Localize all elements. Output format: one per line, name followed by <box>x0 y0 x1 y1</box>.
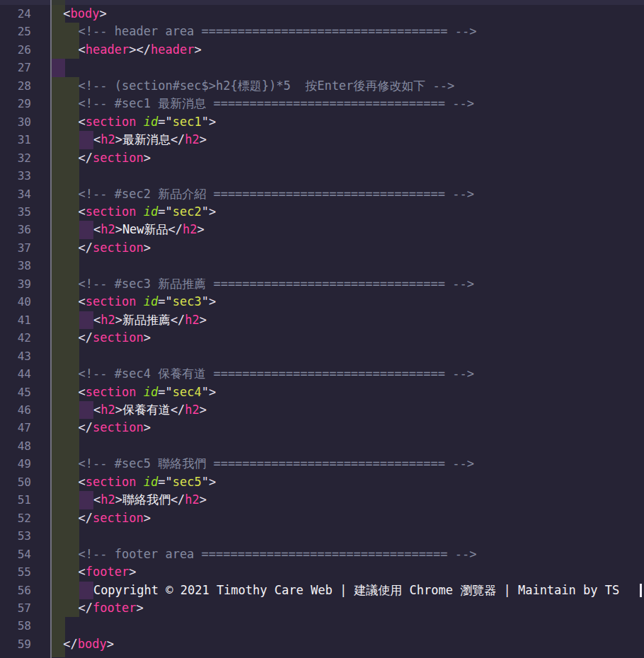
code-line[interactable]: 52</section> <box>0 509 644 527</box>
code-token-punct: </ <box>171 403 185 417</box>
code-line[interactable]: 31<h2>最新消息</h2> <box>0 131 644 149</box>
line-number[interactable]: 50 <box>0 473 31 491</box>
line-number[interactable]: 49 <box>0 455 31 473</box>
indent-highlight-purple <box>79 221 94 238</box>
line-number[interactable]: 37 <box>0 239 31 257</box>
code-line[interactable]: 51<h2>聯絡我們</h2> <box>0 491 644 509</box>
indent-highlight-olive <box>65 599 79 617</box>
code-line[interactable]: 59</body> <box>0 635 644 653</box>
line-number[interactable]: 32 <box>0 149 31 167</box>
code-line[interactable]: 36<h2>New新品</h2> <box>0 221 644 238</box>
code-line[interactable]: 34<!-- #sec2 新品介紹 ======================… <box>0 185 644 203</box>
line-number[interactable]: 57 <box>0 599 31 617</box>
line-number[interactable]: 29 <box>0 95 31 112</box>
code-line[interactable]: 49<!-- #sec5 聯絡我們 ======================… <box>0 455 644 473</box>
line-number[interactable]: 45 <box>0 383 31 401</box>
code-token-attr: id <box>144 204 158 219</box>
line-number[interactable]: 24 <box>0 5 31 23</box>
code-text: </section> <box>79 419 151 437</box>
line-number[interactable]: 33 <box>0 167 31 185</box>
code-line[interactable]: 33 <box>0 167 644 185</box>
line-number[interactable]: 31 <box>0 131 31 149</box>
code-line[interactable]: 38 <box>0 257 644 275</box>
code-token-punct <box>137 115 144 129</box>
code-line[interactable]: 45<section id="sec4"> <box>0 383 644 401</box>
line-number[interactable]: 35 <box>0 203 31 221</box>
line-number[interactable]: 55 <box>0 563 31 581</box>
line-number[interactable]: 47 <box>0 419 31 437</box>
code-line[interactable]: 56Copyright © 2021 Timothy Care Web | 建議… <box>0 582 644 599</box>
line-number[interactable]: 54 <box>0 546 31 563</box>
code-token-punct: = <box>158 385 165 399</box>
indent-highlight-olive <box>52 419 65 437</box>
code-line[interactable]: 27 <box>0 59 644 76</box>
code-line[interactable]: 26<header></header> <box>0 41 644 59</box>
line-number[interactable]: 28 <box>0 77 31 95</box>
line-number[interactable]: 53 <box>0 527 31 545</box>
code-line[interactable]: 55<footer> <box>0 563 644 581</box>
line-number[interactable]: 48 <box>0 437 31 455</box>
line-number[interactable]: 40 <box>0 293 31 311</box>
code-text: <h2>New新品</h2> <box>93 221 205 238</box>
line-number[interactable]: 30 <box>0 113 31 131</box>
code-line[interactable]: 40<section id="sec3"> <box>0 293 644 311</box>
code-line[interactable]: 25<!-- header area =====================… <box>0 23 644 40</box>
code-line[interactable]: 28<!-- (section#sec$>h2{標題})*5 按Enter後再修… <box>0 77 644 95</box>
code-line[interactable]: 32</section> <box>0 149 644 167</box>
line-number[interactable]: 39 <box>0 275 31 293</box>
code-token-punct: " <box>202 475 209 489</box>
line-number[interactable]: 43 <box>0 347 31 365</box>
code-token-com: <!-- #sec5 聯絡我們 ========================… <box>79 456 474 471</box>
code-line[interactable]: 57</footer> <box>0 599 644 617</box>
code-token-punct: < <box>79 115 86 129</box>
indent-highlight-olive <box>65 365 79 383</box>
code-token-punct: > <box>209 204 216 219</box>
line-number[interactable]: 38 <box>0 257 31 275</box>
line-number[interactable]: 36 <box>0 221 31 238</box>
line-number[interactable]: 25 <box>0 23 31 40</box>
code-line[interactable]: 47</section> <box>0 419 644 437</box>
code-token-txt: 保養有道 <box>122 403 171 417</box>
indent-highlight-olive <box>52 257 65 275</box>
code-token-punct: </ <box>171 313 185 327</box>
line-number[interactable]: 41 <box>0 311 31 329</box>
code-line[interactable]: 54<!-- footer area =====================… <box>0 546 644 563</box>
code-line[interactable]: 39<!-- #sec3 新品推薦 ======================… <box>0 275 644 293</box>
code-line[interactable]: 53 <box>0 527 644 545</box>
code-token-punct: > <box>144 330 151 345</box>
code-token-punct: " <box>165 204 172 219</box>
line-number[interactable]: 56 <box>0 582 31 599</box>
code-line[interactable]: 30<section id="sec1"> <box>0 113 644 131</box>
code-line[interactable]: 29<!-- #sec1 最新消息 ======================… <box>0 95 644 112</box>
code-text: <footer> <box>79 563 137 581</box>
indent-highlight-olive <box>65 401 79 419</box>
code-token-str: sec4 <box>173 385 202 399</box>
code-line[interactable]: 58 <box>0 617 644 635</box>
line-number[interactable]: 51 <box>0 491 31 509</box>
line-number[interactable]: 27 <box>0 59 31 76</box>
line-number[interactable]: 26 <box>0 41 31 59</box>
line-number[interactable]: 58 <box>0 617 31 635</box>
code-token-tag: section <box>93 151 144 165</box>
indent-highlight-purple <box>52 59 65 76</box>
code-line[interactable]: 42</section> <box>0 329 644 347</box>
line-number[interactable]: 52 <box>0 509 31 527</box>
line-number[interactable]: 44 <box>0 365 31 383</box>
code-line[interactable]: 50<section id="sec5"> <box>0 473 644 491</box>
code-token-tag: section <box>86 475 137 489</box>
indent-highlight-olive <box>52 113 65 131</box>
code-line[interactable]: 35<section id="sec2"> <box>0 203 644 221</box>
line-number[interactable]: 42 <box>0 329 31 347</box>
line-number[interactable]: 46 <box>0 401 31 419</box>
line-number[interactable]: 34 <box>0 185 31 203</box>
code-line[interactable]: 44<!-- #sec4 保養有道 ======================… <box>0 365 644 383</box>
code-line[interactable]: 43 <box>0 347 644 365</box>
indent-highlight-olive <box>65 185 79 203</box>
code-line[interactable]: 37</section> <box>0 239 644 257</box>
line-number[interactable]: 59 <box>0 635 31 653</box>
code-token-punct: < <box>93 222 100 236</box>
code-line[interactable]: 24<body> <box>0 5 644 23</box>
code-line[interactable]: 41<h2>新品推薦</h2> <box>0 311 644 329</box>
code-line[interactable]: 48 <box>0 437 644 455</box>
code-line[interactable]: 46<h2>保養有道</h2> <box>0 401 644 419</box>
